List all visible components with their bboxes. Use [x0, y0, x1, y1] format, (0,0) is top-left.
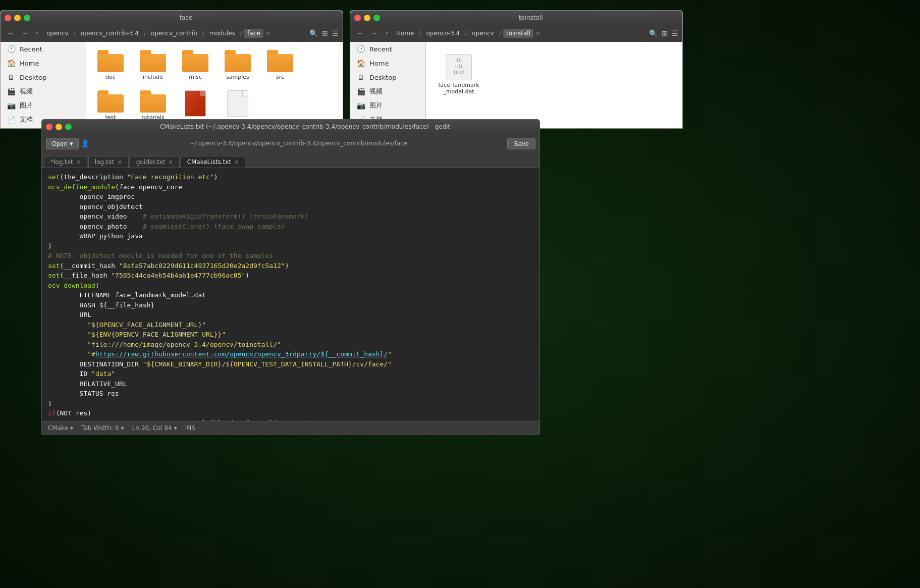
back-button[interactable]: ←	[5, 28, 17, 38]
forward-button[interactable]: →	[19, 28, 31, 38]
tab-cmakelists-close[interactable]: ✕	[234, 159, 239, 166]
ti-pictures-icon: 📷	[356, 101, 365, 110]
code-line-18: "${ENV{OPENCV_FACE_ALIGNMENT_URL}}"	[48, 330, 533, 340]
gedit-tabs: *log.txt ✕ log.txt ✕ guider.txt ✕ CMakeL…	[42, 153, 539, 168]
tab-guider[interactable]: guider.txt ✕	[130, 156, 180, 168]
tab-cmakelists-label: CMakeLists.txt	[187, 158, 232, 166]
gedit-editor[interactable]: set(the_description "Face recognition et…	[42, 168, 539, 421]
fm-toolbar-right: 🔍 ⊞ ☰	[309, 29, 339, 37]
sidebar-item-recent[interactable]: 🕐 Recent	[1, 42, 86, 56]
folder-misc-label: misc	[189, 74, 202, 80]
folder-include[interactable]: include	[135, 48, 171, 82]
breadcrumb-opencv-contrib-3.4[interactable]: opencv_contrib-3.4	[78, 29, 142, 38]
folder-misc[interactable]: misc	[177, 48, 213, 82]
code-line-9: # NOTE: objdetect module is needed for o…	[48, 251, 533, 261]
tab-log-starred[interactable]: *log.txt ✕	[44, 156, 87, 168]
breadcrumb-opencv[interactable]: opencv	[43, 29, 72, 38]
video-icon: 🎬	[7, 87, 16, 96]
sidebar-item-desktop[interactable]: 🖥 Desktop	[1, 70, 86, 84]
status-lang[interactable]: CMake ▾	[48, 424, 73, 432]
face-landmark-label: face_landmark_model.dat	[438, 82, 479, 95]
toinstall-up-button[interactable]: ↑	[383, 28, 391, 38]
gedit-headerbar-icon[interactable]: 👤	[81, 139, 89, 147]
desktop-icon: 🖥	[7, 73, 16, 82]
code-line-22: ID "data"	[48, 369, 533, 379]
code-line-20: "#https://raw.githubusercontent.com/open…	[48, 349, 533, 359]
up-button[interactable]: ↑	[33, 28, 41, 38]
tab-guider-close[interactable]: ✕	[168, 159, 173, 166]
toinstall-search-icon[interactable]: 🔍	[649, 29, 658, 37]
toinstall-sidebar-desktop[interactable]: 🖥 Desktop	[350, 70, 425, 84]
gedit-maximize-button[interactable]	[65, 124, 72, 130]
open-btn-label: Open	[51, 140, 68, 147]
open-button[interactable]: Open ▾	[46, 138, 79, 149]
toinstall-close-button[interactable]	[354, 15, 361, 21]
fm-face-window: face ← → ↑ opencv / opencv_contrib-3.4 /…	[0, 10, 343, 129]
breadcrumb-face[interactable]: face	[244, 29, 263, 38]
code-line-3: opencv_imgproc	[48, 192, 533, 202]
breadcrumb-modules[interactable]: modules	[206, 29, 238, 38]
toinstall-sidebar-pictures[interactable]: 📷 图片	[350, 98, 425, 113]
ti-home-icon: 🏠	[356, 59, 365, 68]
status-tab-width[interactable]: Tab Width: 8 ▾	[81, 424, 124, 432]
breadcrumb-toinstall[interactable]: toinstall	[503, 29, 533, 38]
code-line-21: DESTINATION_DIR "${CMAKE_BINARY_DIR}/${O…	[48, 359, 533, 369]
gedit-minimize-button[interactable]	[56, 124, 62, 130]
code-line-25: )	[48, 399, 533, 409]
folder-src[interactable]: src	[262, 48, 298, 82]
minimize-button[interactable]	[14, 15, 21, 21]
toinstall-minimize-button[interactable]	[364, 15, 370, 21]
gedit-titlebar: CMakeLists.txt (~/.opencv-3.4/opencv/ope…	[42, 120, 539, 134]
maximize-button[interactable]	[24, 15, 30, 21]
tab-guider-label: guider.txt	[136, 158, 166, 166]
fm-toinstall-titlebar: toinstall	[350, 11, 682, 25]
fm-face-content: doc include misc samples src test	[86, 42, 343, 128]
ti-desktop-icon: 🖥	[356, 73, 365, 82]
file-face-landmark[interactable]: 101011010 face_landmark_model.dat	[436, 52, 481, 97]
breadcrumb-opencv-3.4[interactable]: opencv-3.4	[423, 29, 463, 38]
save-button[interactable]: Save	[507, 138, 535, 149]
sidebar-item-pictures[interactable]: 📷 图片	[1, 98, 86, 113]
sidebar-item-home[interactable]: 🏠 Home	[1, 56, 86, 70]
code-line-15: HASH ${__file_hash}	[48, 300, 533, 310]
gedit-close-button[interactable]	[46, 124, 52, 130]
recent-icon: 🕐	[7, 44, 16, 54]
fm-face-title: face	[33, 14, 339, 21]
sidebar-label-documents: 文档	[20, 115, 33, 124]
breadcrumb-toinstall-opencv[interactable]: opencv	[469, 29, 497, 38]
toinstall-sidebar-video[interactable]: 🎬 视频	[350, 84, 425, 98]
fm-toinstall-content: 101011010 face_landmark_model.dat	[426, 42, 682, 128]
code-line-13: ocv_download(	[48, 281, 533, 291]
code-line-14: FILENAME face_landmark_model.dat	[48, 290, 533, 300]
lang-dropdown-icon: ▾	[70, 424, 73, 432]
folder-src-label: src	[276, 74, 284, 80]
toinstall-maximize-button[interactable]	[373, 15, 380, 21]
code-line-26: if(NOT res)	[48, 408, 533, 418]
tab-log-close[interactable]: ✕	[117, 159, 122, 166]
sidebar-item-video[interactable]: 🎬 视频	[1, 84, 86, 98]
view-icon[interactable]: ⊞	[322, 29, 328, 37]
menu-icon[interactable]: ☰	[332, 29, 339, 37]
toinstall-view-icon[interactable]: ⊞	[662, 29, 668, 37]
code-line-12: set(__file_hash "7505c44ca4eb54b4ab1e477…	[48, 271, 533, 281]
folder-samples[interactable]: samples	[220, 48, 256, 82]
fm-toinstall-window: toinstall ← → ↑ Home / opencv-3.4 / open…	[350, 10, 683, 129]
folder-doc[interactable]: doc	[92, 48, 129, 82]
toinstall-sidebar-recent[interactable]: 🕐 Recent	[350, 42, 425, 56]
tab-log[interactable]: log.txt ✕	[88, 156, 129, 168]
search-icon[interactable]: 🔍	[309, 29, 318, 37]
toinstall-back-button[interactable]: ←	[354, 28, 366, 38]
fm-face-toolbar: ← → ↑ opencv / opencv_contrib-3.4 / open…	[1, 25, 343, 42]
tab-log-starred-close[interactable]: ✕	[76, 159, 81, 166]
home-icon: 🏠	[7, 59, 16, 68]
breadcrumb-toinstall-home[interactable]: Home	[393, 29, 417, 38]
status-position[interactable]: Ln 20, Col 84 ▾	[132, 424, 177, 432]
tab-cmakelists[interactable]: CMakeLists.txt ✕	[181, 156, 246, 168]
breadcrumb-opencv-contrib[interactable]: opencv_contrib	[148, 29, 200, 38]
toinstall-forward-button[interactable]: →	[368, 28, 381, 38]
close-button[interactable]	[5, 15, 11, 21]
toinstall-menu-icon[interactable]: ☰	[672, 29, 678, 37]
toinstall-sidebar-home[interactable]: 🏠 Home	[350, 56, 425, 70]
fm-face-titlebar: face	[1, 11, 343, 25]
fm-toinstall-title: toinstall	[383, 14, 678, 21]
